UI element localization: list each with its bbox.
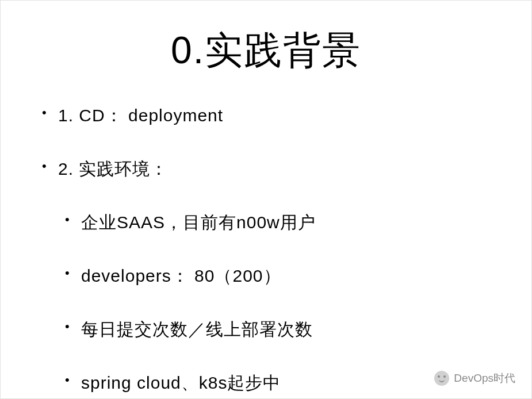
bullet-saas: 企业SAAS，目前有n00w用户	[65, 211, 531, 235]
bullet-deploy-count: 每日提交次数／线上部署次数	[65, 318, 531, 342]
watermark: DevOps时代	[434, 371, 515, 386]
bullet-developers: developers： 80（200）	[65, 264, 531, 288]
bullet-environment: 2. 实践环境：	[42, 158, 531, 181]
slide-content: 1. CD： deployment 2. 实践环境： 企业SAAS，目前有n00…	[1, 76, 531, 395]
watermark-text: DevOps时代	[454, 371, 515, 386]
wechat-icon	[434, 371, 449, 386]
bullet-cd: 1. CD： deployment	[42, 104, 531, 128]
slide-title: 0.实践背景	[1, 25, 531, 76]
